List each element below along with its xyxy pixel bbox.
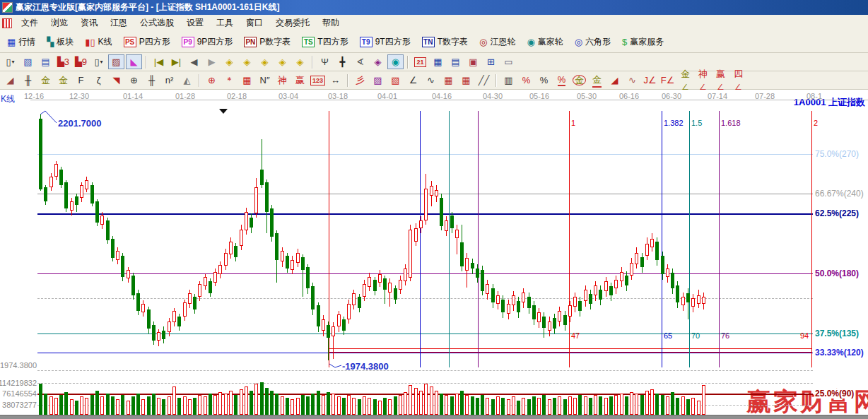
scale-icon[interactable]: ▥ [500, 73, 517, 88]
percent-icon[interactable]: % [536, 73, 552, 88]
gann-figure-icon[interactable]: ▨ [108, 54, 124, 69]
wave-icon[interactable]: ∿ [624, 73, 640, 88]
red-grid-icon[interactable]: ▦ [239, 73, 255, 88]
child-window-icon[interactable] [2, 18, 12, 28]
ninet-square-button[interactable]: T99T四方形 [354, 33, 416, 51]
pencil-icon[interactable]: ◥ [108, 73, 124, 88]
hand-tool-icon[interactable]: Ψ [317, 54, 333, 69]
blocks-button[interactable]: ▚板块 [41, 33, 79, 51]
title-bar[interactable]: 赢家江恩专业版[赢家内部服务平台] - [上证指数 SH1A0001-161日K… [0, 0, 868, 15]
crosshair-tool-icon[interactable]: ╋ [334, 54, 351, 69]
calculator-icon[interactable]: ▦ [430, 54, 446, 69]
notebook-icon[interactable]: ▤ [447, 54, 464, 69]
toolbar-separator [495, 74, 497, 87]
spiral-icon[interactable]: ζ [90, 73, 107, 88]
box-cross-icon[interactable]: ▧ [387, 73, 404, 88]
save-icon[interactable]: ▣ [465, 54, 481, 69]
fan-lines-icon[interactable]: 彡 [352, 73, 368, 88]
smart-analysis-icon[interactable]: ◉ [387, 54, 404, 69]
gold-level-icon[interactable]: 金 [589, 73, 605, 88]
shift-left-icon[interactable]: ◈ [221, 54, 237, 69]
slant-lines-icon[interactable]: ╱╱ [476, 73, 492, 88]
menu-item[interactable]: 资讯 [74, 15, 104, 31]
menu-item[interactable]: 帮助 [316, 15, 346, 31]
go-first-icon[interactable]: |◀ [151, 54, 167, 69]
gold-circle-icon[interactable]: 金 [571, 73, 587, 88]
report-list-icon[interactable]: ▤ [37, 54, 54, 69]
ying-angle-icon[interactable]: 赢∠ [712, 73, 729, 88]
quotes-button[interactable]: ▦行情 [1, 33, 41, 51]
menu-item[interactable]: 交易委托 [269, 15, 316, 31]
percent-line-icon[interactable]: % [518, 73, 534, 88]
brush-icon[interactable]: ◢ [606, 73, 623, 88]
ruler-123-icon[interactable]: 123 [310, 73, 326, 88]
next-page-icon[interactable]: ▶ [204, 54, 220, 69]
compass-icon[interactable]: ⊕ [126, 73, 142, 88]
shen-grid-icon[interactable]: 神 [274, 73, 291, 88]
measure-tool-icon[interactable]: ∢ [352, 54, 368, 69]
compress-x-icon[interactable]: ◈ [274, 54, 291, 69]
menu-item[interactable]: 窗口 [240, 15, 269, 31]
calendar-icon[interactable]: 21 [412, 54, 428, 69]
t-number-button[interactable]: TNT数字表 [416, 33, 474, 51]
gann-grid2-icon[interactable]: ▦ [458, 73, 474, 88]
menu-item[interactable]: 文件 [15, 15, 45, 31]
grid-ruler-icon[interactable]: ╫ [20, 73, 36, 88]
shen-angle-icon[interactable]: 神∠ [695, 73, 711, 88]
gann-grid-icon[interactable]: ▦ [440, 73, 457, 88]
gann-wheel-button[interactable]: ◎江恩轮 [474, 33, 521, 51]
zigzag-icon[interactable]: ∿ [423, 73, 439, 88]
ying-grid-icon[interactable]: 赢 [292, 73, 308, 88]
network-share-icon[interactable]: ⊞ [483, 54, 499, 69]
chart-9-icon[interactable]: ▙9 [73, 54, 89, 69]
volume-bar [481, 395, 484, 415]
n-mark-icon[interactable]: N″ [257, 73, 273, 88]
menu-item[interactable]: 公式选股 [134, 15, 180, 31]
f-grid-icon[interactable]: F [73, 73, 89, 88]
p-square-button[interactable]: PSP四方形 [118, 33, 176, 51]
candle [542, 317, 546, 328]
menu-item[interactable]: 浏览 [45, 15, 74, 31]
si-angle-icon[interactable]: 四∠ [730, 73, 746, 88]
n-square-icon[interactable]: n² [161, 73, 177, 88]
f-angle-icon[interactable]: F∠ [659, 73, 676, 88]
shift-right-icon[interactable]: ◈ [239, 54, 255, 69]
angle-lines-icon[interactable]: ∠ [405, 73, 421, 88]
volume-bar [609, 396, 613, 415]
menu-item[interactable]: 江恩 [104, 15, 134, 31]
prev-page-icon[interactable]: ◀ [186, 54, 202, 69]
circle-cross-icon[interactable]: ⊕ [204, 73, 220, 88]
hexagon-button[interactable]: ◎六角形 [569, 33, 616, 51]
remote-pc-icon[interactable]: ▭ [500, 54, 517, 69]
pick-tool-icon[interactable]: ◢ [2, 73, 18, 88]
volume-flag-icon[interactable]: ◣ [126, 54, 142, 69]
width-measure-icon[interactable]: ↔ [327, 73, 344, 88]
winner-wheel-button[interactable]: ◉赢家轮 [521, 33, 568, 51]
fan-box-icon[interactable]: ▨ [370, 73, 386, 88]
gold-grid-icon[interactable]: 金 [37, 73, 54, 88]
go-last-icon[interactable]: ▶| [168, 54, 184, 69]
winner-service-button[interactable]: $赢家服务 [616, 33, 669, 51]
mirror-angle-icon[interactable]: ◭ [179, 73, 195, 88]
menu-item[interactable]: 设置 [180, 15, 210, 31]
menu-item[interactable]: 工具 [210, 15, 240, 31]
candle-style-dropdown[interactable]: ▯▾ [90, 54, 107, 69]
ruler2-icon[interactable]: ╫ [143, 73, 160, 88]
t-square-button[interactable]: TST四方形 [296, 33, 353, 51]
ray-star-icon[interactable]: ＊ [221, 73, 237, 88]
gold-grid2-icon[interactable]: 金 [55, 73, 71, 88]
market-map-icon[interactable]: ▧ [20, 54, 36, 69]
kline-button[interactable]: ▮▯K线 [79, 33, 117, 51]
p-number-button[interactable]: PNP数字表 [238, 33, 296, 51]
ninep-square-button[interactable]: P99P四方形 [176, 33, 239, 51]
chart-style-dropdown[interactable]: ▯▾ [2, 54, 18, 69]
j-angle-icon[interactable]: J∠ [642, 73, 658, 88]
fit-screen-icon[interactable]: ◈ [292, 54, 308, 69]
candle [496, 295, 500, 304]
chart-canvas[interactable]: K线 1A0001 上证指数 2201.7000 -1974.3800 赢家财富… [0, 90, 868, 415]
gann-box-tool-icon[interactable]: ◈ [370, 54, 386, 69]
chart-3-icon[interactable]: ▙3 [55, 54, 71, 69]
expand-x-icon[interactable]: ◈ [257, 54, 273, 69]
percent-level-icon[interactable]: % [553, 73, 570, 88]
gold-angle-icon[interactable]: 金∠ [677, 73, 693, 88]
